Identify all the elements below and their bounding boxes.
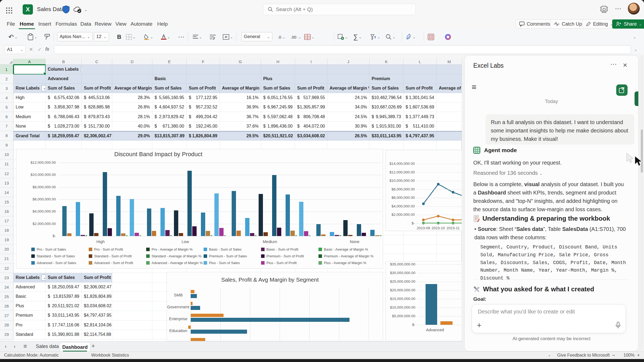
table-cell[interactable]: Pro	[13, 320, 46, 330]
table-cell[interactable]: $2,306,002.47	[82, 282, 112, 292]
row-header-7[interactable]: 7	[0, 122, 13, 131]
menu-tab-insert[interactable]: Insert	[38, 20, 52, 28]
table-cell[interactable]	[187, 74, 220, 84]
table-cell[interactable]: $828,885.98	[82, 103, 112, 112]
row-header-1[interactable]: 1	[0, 65, 13, 74]
new-chat-button[interactable]	[616, 84, 628, 96]
table-cell[interactable]: Average of Margin %	[327, 84, 369, 93]
add-sheet-icon[interactable]: +	[91, 343, 95, 350]
table-cell[interactable]: 30.9%	[327, 122, 369, 131]
table-cell[interactable]: $6,051,176.55	[261, 93, 295, 103]
column-header-K[interactable]: K	[369, 59, 403, 65]
table-cell[interactable]: $9,945,389.73	[369, 112, 403, 121]
menu-tab-home[interactable]: Home	[19, 20, 35, 28]
table-cell[interactable]: 26.5%	[327, 131, 369, 141]
insert-cells-dropdown[interactable]: ⌄	[338, 32, 348, 42]
table-cell[interactable]: $20,511,921.02	[46, 301, 82, 311]
table-cell[interactable]: 26.8%	[112, 103, 152, 112]
table-cell[interactable]: Grand Total	[13, 131, 46, 141]
column-header-D[interactable]: D	[112, 59, 152, 65]
table-cell[interactable]	[295, 65, 327, 74]
table-cell[interactable]: Sum of Sales	[46, 273, 82, 282]
table-cell[interactable]: 40.0%	[112, 122, 152, 131]
menu-tab-formulas[interactable]: Formulas	[55, 20, 77, 28]
table-cell[interactable]: $879,873.43	[82, 112, 112, 121]
cancel-icon[interactable]: ✕	[29, 47, 33, 52]
table-cell[interactable]: Row Labels⌄	[13, 84, 46, 93]
column-header-H[interactable]: H	[261, 59, 295, 65]
fill-color-dropdown[interactable]: ⌄	[143, 32, 153, 42]
cloud-saved-icon[interactable]	[73, 6, 83, 13]
table-cell[interactable]	[187, 65, 220, 74]
formula-input[interactable]	[54, 45, 631, 54]
borders-dropdown[interactable]: ⌄	[126, 32, 136, 42]
search-bar[interactable]: Search (Alt + Q)	[263, 4, 416, 15]
table-cell[interactable]: Average of Margin %	[112, 84, 152, 93]
zoom-out-icon[interactable]: −	[612, 353, 615, 358]
table-cell[interactable]	[437, 103, 462, 112]
table-cell[interactable]: $18,250,059.47	[46, 282, 82, 292]
table-cell[interactable]: $192,245.00	[187, 122, 220, 131]
find-dropdown[interactable]: ⌄	[386, 32, 395, 42]
table-cell[interactable]: $4,797,437.95	[82, 311, 112, 320]
row-header-12[interactable]: 12	[0, 169, 13, 178]
table-cell[interactable]	[261, 65, 295, 74]
history-hamburger-icon[interactable]: ≡	[472, 83, 477, 92]
fx-icon[interactable]: fx	[45, 46, 49, 52]
table-cell[interactable]: Average of Margin %	[220, 84, 261, 93]
table-cell[interactable]: $1,305,857.99	[295, 103, 327, 112]
table-cell[interactable]: Sum of Profit	[82, 84, 112, 93]
sensitivity-shield-icon[interactable]	[63, 5, 70, 13]
column-header-J[interactable]: J	[327, 59, 369, 65]
row-header-22[interactable]: 22	[0, 264, 13, 273]
row-header-10[interactable]: 10	[0, 150, 13, 159]
row-header-2[interactable]: 2	[0, 74, 13, 84]
table-cell[interactable]: $4,797,437.95	[403, 131, 437, 141]
table-cell[interactable]: $517,969.55	[295, 93, 327, 103]
row-header-13[interactable]: 13	[0, 178, 13, 188]
chart-discount-band-impact[interactable]: Discount Band Impact by Product $12,000,…	[16, 149, 383, 268]
format-painter-icon[interactable]	[44, 32, 50, 42]
workbook-title[interactable]: Sales Data	[37, 6, 65, 12]
table-cell[interactable]: $1,826,804.89	[187, 131, 220, 141]
table-cell[interactable]: 16.1%	[220, 93, 261, 103]
table-cell[interactable]: Sum of Sales	[369, 84, 403, 93]
panel-more-icon[interactable]: ⋯	[610, 60, 617, 68]
table-cell[interactable]: $3,034,608.02	[295, 131, 327, 141]
table-cell[interactable]: $5,565,160.95	[152, 93, 187, 103]
table-cell[interactable]: Sum of Profit	[403, 84, 437, 93]
table-cell[interactable]: Plus	[13, 301, 46, 311]
table-cell[interactable]	[327, 74, 369, 84]
table-cell[interactable]	[403, 65, 437, 74]
paste-button[interactable]: ⌄	[28, 32, 37, 42]
row-header-17[interactable]: 17	[0, 216, 13, 226]
table-cell[interactable]: $1,301,041.54	[403, 93, 437, 103]
select-all-corner[interactable]	[0, 59, 13, 65]
table-cell[interactable]	[369, 65, 403, 74]
row-header-20[interactable]: 20	[0, 245, 13, 254]
row-header-25[interactable]: 25	[0, 292, 13, 301]
row-header-5[interactable]: 5	[0, 103, 13, 112]
table-cell[interactable]: $13,815397.89	[46, 292, 82, 301]
menu-tab-view[interactable]: View	[115, 20, 127, 28]
merge-cells-dropdown[interactable]: ⌄	[223, 32, 233, 42]
table-cell[interactable]: Advanced	[13, 282, 46, 292]
reasoned-toggle[interactable]: Reasoned for 136 seconds ⌄	[473, 169, 542, 177]
table-cell[interactable]: $499,204.42	[187, 112, 220, 121]
prev-sheet-icon[interactable]: ‹	[5, 344, 6, 349]
mic-icon[interactable]	[615, 322, 621, 329]
row-header-26[interactable]: 26	[0, 301, 13, 311]
more-font-options-icon[interactable]: ⋯	[178, 32, 184, 42]
table-cell[interactable]: $2,814,104.06	[82, 320, 112, 330]
prompt-input[interactable]	[477, 308, 619, 315]
table-cell[interactable]: $18,259,059.47	[46, 131, 82, 141]
row-header-28[interactable]: 28	[0, 320, 13, 330]
title-chevron-icon[interactable]: ⌄	[84, 8, 87, 12]
row-header-9[interactable]: 9	[0, 141, 13, 150]
table-cell[interactable]: Medium	[13, 112, 46, 121]
chart-product-totals[interactable]: $35,000,000.00$30,000,000.00$25,000,000.…	[386, 261, 462, 341]
chart-segment-bars[interactable]: Sales, Profit & Avg Margin by Segment SM…	[167, 272, 383, 341]
table-cell[interactable]	[220, 65, 261, 74]
table-cell[interactable]: Advanced	[46, 74, 82, 84]
bold-button[interactable]: B	[117, 32, 121, 42]
